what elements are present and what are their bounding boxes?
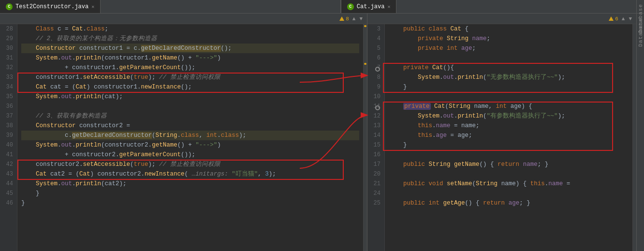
warning-scroll-marker xyxy=(364,25,366,27)
right-line-21: public void setName(String name) { this.… xyxy=(389,179,629,189)
nav-down-arrow[interactable]: ▼ xyxy=(358,15,364,22)
code-line-40: System.out.println(constructor2.getName(… xyxy=(21,140,359,150)
tab-left-filename: Test2Constructor.java xyxy=(15,3,88,10)
right-line-numbers: 3 4 5 6 7 8 9 10 11 12 13 14 15 16 17 20… xyxy=(367,24,385,251)
right-code-container: 3 4 5 6 7 8 9 10 11 12 13 14 15 16 17 20… xyxy=(367,24,636,251)
right-line-5: private int age; xyxy=(389,44,629,53)
left-toolbar: 8 ▲ ▼ xyxy=(0,14,367,24)
left-warnings: 8 xyxy=(339,16,349,22)
code-line-36 xyxy=(21,102,359,111)
left-line-numbers: 28 29 30 31 32 33 34 35 36 37 38 39 40 4… xyxy=(0,24,17,251)
right-line-9: } xyxy=(389,82,629,92)
right-line-12: System.out.println("有参数构造器执行了~~"); xyxy=(389,111,629,121)
right-nav-down[interactable]: ▼ xyxy=(627,15,633,22)
tab-right-filename: Cat.java xyxy=(357,3,385,10)
right-line-4: private String name; xyxy=(389,34,629,44)
tab-bar: C Test2Constructor.java ✕ C Cat.java ✕ D… xyxy=(0,0,644,14)
right-line-14: this.age = age; xyxy=(389,131,629,140)
warning-triangle-icon-right xyxy=(609,16,614,21)
right-line-8: System.out.println("无参数构造器执行了~~"); xyxy=(389,73,629,82)
right-sidebar-panel: Database xyxy=(636,14,644,251)
code-line-44: System.out.println(cat2); xyxy=(21,179,359,189)
right-line-20 xyxy=(389,169,629,179)
right-toolbar: 6 ▲ ▼ xyxy=(367,14,636,24)
java-file-icon-right: C xyxy=(347,3,354,10)
right-line-15: } xyxy=(389,140,629,150)
code-line-42: constructor2.setAccessible(true); // 禁止检… xyxy=(21,160,359,169)
code-line-29: // 2、获取类的某个构造器：无参数构造器 xyxy=(21,34,359,44)
right-nav-up[interactable]: ▲ xyxy=(620,15,627,22)
right-line-16 xyxy=(389,150,629,160)
code-line-43: Cat cat2 = (Cat) constructor2.newInstanc… xyxy=(21,169,359,179)
warning-scroll-marker2 xyxy=(364,63,366,65)
right-editor-pane: 6 ▲ ▼ 3 4 5 6 7 8 9 10 11 12 13 14 15 xyxy=(367,14,636,251)
right-line-11: private Cat(String name, int age) { xyxy=(389,102,629,111)
left-code-container: 28 29 30 31 32 33 34 35 36 37 38 39 40 4… xyxy=(0,24,367,251)
code-line-34: Cat cat = (Cat) constructor1.newInstance… xyxy=(21,82,359,92)
code-line-39: c.getDeclaredConstructor(String.class, i… xyxy=(21,131,359,140)
code-line-28: Class c = Cat.class; xyxy=(21,24,359,34)
code-line-38: Constructor constructor2 = xyxy=(21,121,359,131)
left-editor-pane: 8 ▲ ▼ 28 29 30 31 32 33 34 35 36 37 38 3… xyxy=(0,14,367,251)
right-line-10 xyxy=(389,92,629,102)
right-line-7: private Cat(){ xyxy=(389,63,629,73)
code-line-32: + constructor1.getParameterCount()); xyxy=(21,63,359,73)
code-line-33: constructor1.setAccessible(true); // 禁止检… xyxy=(21,73,359,82)
right-nav-arrows[interactable]: ▲ ▼ xyxy=(620,15,633,22)
nav-up-arrow[interactable]: ▲ xyxy=(351,15,357,22)
right-warnings: 6 xyxy=(609,16,618,22)
tab-left-close[interactable]: ✕ xyxy=(91,4,94,10)
database-sidebar: Database xyxy=(636,0,644,13)
left-code-lines: Class c = Cat.class; // 2、获取类的某个构造器：无参数构… xyxy=(17,24,363,251)
tab-right[interactable]: C Cat.java ✕ xyxy=(341,0,397,13)
right-warning-count: 6 xyxy=(615,16,618,22)
right-scrollbar[interactable] xyxy=(632,24,636,251)
right-line-3: public class Cat { xyxy=(389,24,629,34)
right-line-25: public int getAge() { return age; } xyxy=(389,198,629,208)
code-line-41: + constructor2.getParameterCount()); xyxy=(21,150,359,160)
left-nav-arrows[interactable]: ▲ ▼ xyxy=(351,15,364,22)
tab-right-close[interactable]: ✕ xyxy=(387,4,390,10)
right-code-lines: public class Cat { private String name; … xyxy=(385,24,632,251)
left-warning-count: 8 xyxy=(346,16,349,22)
tab-left[interactable]: C Test2Constructor.java ✕ xyxy=(0,0,101,13)
code-line-45: } xyxy=(21,189,359,198)
code-line-46: } xyxy=(21,198,359,208)
warning-triangle-icon xyxy=(339,16,344,21)
java-file-icon: C xyxy=(6,3,13,10)
database-sidebar-label: Database xyxy=(638,17,644,47)
right-line-13: this.name = name; xyxy=(389,121,629,131)
left-scrollbar[interactable] xyxy=(363,24,367,251)
code-line-30: Constructor constructor1 = c.getDeclared… xyxy=(21,44,359,53)
code-line-35: System.out.println(cat); xyxy=(21,92,359,102)
right-line-6 xyxy=(389,53,629,63)
right-line-24 xyxy=(389,189,629,198)
code-line-37: // 3、获取有参数构造器 xyxy=(21,111,359,121)
code-line-31: System.out.println(constructor1.getName(… xyxy=(21,53,359,63)
editor-area: 8 ▲ ▼ 28 29 30 31 32 33 34 35 36 37 38 3… xyxy=(0,14,644,251)
right-line-17: public String getName() { return name; } xyxy=(389,160,629,169)
